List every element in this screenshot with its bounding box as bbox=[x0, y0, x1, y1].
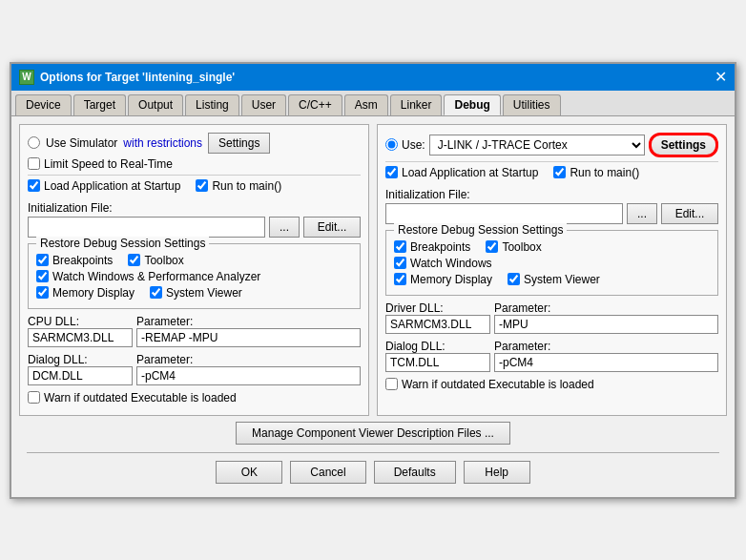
run-to-main-checkbox-r[interactable] bbox=[553, 166, 566, 178]
tab-cpp[interactable]: C/C++ bbox=[288, 94, 342, 115]
dialog-dll-labels-r: Dialog DLL: Parameter: bbox=[385, 340, 718, 353]
run-to-main-left: Run to main() bbox=[196, 179, 281, 193]
breakpoints-checkbox-r[interactable] bbox=[394, 240, 406, 253]
init-file-label-r: Initialization File: bbox=[385, 188, 470, 201]
main-window: W Options for Target 'lintening_single' … bbox=[10, 62, 736, 499]
dialog-dll-input-r[interactable] bbox=[385, 353, 490, 372]
memory-display-checkbox[interactable] bbox=[36, 286, 49, 299]
init-file-label: Initialization File: bbox=[28, 201, 113, 215]
toolbox-checkbox-r[interactable] bbox=[486, 240, 498, 253]
dialog-dll-param-input-l[interactable] bbox=[136, 366, 361, 385]
load-run-row: Load Application at Startup Run to main(… bbox=[28, 179, 361, 196]
load-app-label: Load Application at Startup bbox=[44, 179, 180, 193]
tab-user[interactable]: User bbox=[241, 94, 286, 115]
warn-checkbox-l[interactable] bbox=[28, 391, 40, 404]
title-bar: W Options for Target 'lintening_single' … bbox=[11, 64, 735, 91]
toolbox-label: Toolbox bbox=[144, 254, 183, 267]
tab-target[interactable]: Target bbox=[73, 94, 126, 115]
restrictions-link[interactable]: with restrictions bbox=[123, 136, 202, 150]
limit-speed-row: Limit Speed to Real-Time bbox=[28, 157, 361, 171]
cpu-dll-param-input[interactable] bbox=[136, 328, 361, 347]
toolbox-row-l: Toolbox bbox=[128, 254, 183, 267]
help-button[interactable]: Help bbox=[464, 461, 530, 484]
cancel-button[interactable]: Cancel bbox=[290, 461, 365, 484]
watch-windows-label: Watch Windows & Performance Analyzer bbox=[52, 270, 260, 283]
right-panel: Use: J-LINK / J-TRACE Cortex Settings Lo… bbox=[377, 124, 727, 416]
watch-windows-checkbox-r[interactable] bbox=[394, 257, 406, 269]
breakpoints-toolbox-row: Breakpoints Toolbox bbox=[36, 254, 352, 270]
init-edit-button[interactable]: Edit... bbox=[303, 217, 361, 238]
manage-btn-row: Manage Component Viewer Description File… bbox=[27, 422, 719, 445]
tab-utilities[interactable]: Utilities bbox=[503, 94, 561, 115]
dialog-dll-row-r bbox=[385, 353, 718, 372]
system-viewer-label-r: System Viewer bbox=[524, 273, 600, 286]
ok-button[interactable]: OK bbox=[216, 461, 282, 484]
memory-sysviewer-row-l: Memory Display System Viewer bbox=[36, 286, 352, 302]
use-row: Use: J-LINK / J-TRACE Cortex Settings bbox=[385, 133, 718, 157]
use-select[interactable]: J-LINK / J-TRACE Cortex bbox=[429, 135, 645, 156]
title-bar-left: W Options for Target 'lintening_single' bbox=[19, 70, 235, 85]
driver-dll-param-input[interactable] bbox=[494, 315, 718, 334]
bottom-area: Manage Component Viewer Description File… bbox=[19, 416, 727, 489]
warn-row-l: Warn if outdated Executable is loaded bbox=[28, 391, 361, 404]
tab-linker[interactable]: Linker bbox=[390, 94, 443, 115]
cpu-dll-section: CPU DLL: Parameter: bbox=[28, 315, 361, 347]
tab-device[interactable]: Device bbox=[15, 94, 72, 115]
panels: Use Simulator with restrictions Settings… bbox=[19, 124, 727, 416]
footer-buttons: OK Cancel Defaults Help bbox=[27, 452, 719, 484]
dialog-dll-labels-l: Dialog DLL: Parameter: bbox=[28, 353, 361, 366]
use-label: Use: bbox=[402, 138, 425, 152]
tab-bar: Device Target Output Listing User C/C++ … bbox=[11, 91, 735, 116]
driver-dll-input[interactable] bbox=[385, 315, 490, 334]
right-settings-button[interactable]: Settings bbox=[649, 133, 718, 157]
simulator-row: Use Simulator with restrictions Settings bbox=[28, 133, 361, 154]
dialog-dll-label-l: Dialog DLL: bbox=[28, 353, 133, 366]
init-file-row-r: ... Edit... bbox=[385, 203, 718, 224]
run-to-main-label: Run to main() bbox=[212, 179, 281, 193]
memory-display-checkbox-r[interactable] bbox=[394, 273, 406, 285]
run-to-main-checkbox[interactable] bbox=[196, 179, 208, 192]
dialog-dll-param-input-r[interactable] bbox=[494, 353, 718, 372]
tab-listing[interactable]: Listing bbox=[185, 94, 239, 115]
tab-debug[interactable]: Debug bbox=[444, 94, 500, 115]
init-file-row: ... Edit... bbox=[28, 217, 361, 238]
tab-output[interactable]: Output bbox=[128, 94, 183, 115]
use-radio[interactable] bbox=[385, 138, 398, 151]
init-edit-button-r[interactable]: Edit... bbox=[661, 203, 718, 224]
driver-dll-section: Driver DLL: Parameter: bbox=[385, 301, 718, 334]
memory-display-row-l: Memory Display bbox=[36, 286, 135, 300]
breakpoints-toolbox-row-r: Breakpoints Toolbox bbox=[394, 240, 710, 257]
toolbox-label-r: Toolbox bbox=[502, 240, 541, 254]
restore-group-label: Restore Debug Session Settings bbox=[36, 237, 209, 250]
load-app-checkbox-r[interactable] bbox=[385, 166, 398, 178]
simulator-label: Use Simulator bbox=[46, 136, 117, 150]
defaults-button[interactable]: Defaults bbox=[374, 461, 456, 484]
close-button[interactable]: ✕ bbox=[715, 70, 727, 85]
init-file-input-r[interactable] bbox=[385, 203, 623, 224]
system-viewer-checkbox-r[interactable] bbox=[508, 273, 520, 285]
system-viewer-row-l: System Viewer bbox=[150, 286, 242, 300]
toolbox-checkbox[interactable] bbox=[128, 254, 140, 266]
limit-speed-checkbox[interactable] bbox=[28, 157, 40, 170]
cpu-dll-param-label: Parameter: bbox=[136, 315, 193, 328]
tab-asm[interactable]: Asm bbox=[344, 94, 388, 115]
limit-speed-label: Limit Speed to Real-Time bbox=[44, 157, 173, 171]
init-dots-button-r[interactable]: ... bbox=[627, 203, 657, 224]
breakpoints-checkbox[interactable] bbox=[36, 254, 49, 266]
watch-windows-checkbox[interactable] bbox=[36, 270, 49, 282]
simulator-radio[interactable] bbox=[28, 136, 40, 149]
load-run-row-r: Load Application at Startup Run to main(… bbox=[385, 166, 718, 182]
restore-group-label-r: Restore Debug Session Settings bbox=[394, 223, 567, 237]
dialog-dll-section-r: Dialog DLL: Parameter: bbox=[385, 340, 718, 372]
main-content: Use Simulator with restrictions Settings… bbox=[11, 116, 735, 497]
dialog-dll-input-l[interactable] bbox=[28, 366, 133, 385]
warn-checkbox-r[interactable] bbox=[385, 378, 398, 390]
init-dots-button[interactable]: ... bbox=[269, 217, 300, 238]
dialog-dll-section-l: Dialog DLL: Parameter: bbox=[28, 353, 361, 385]
load-app-checkbox[interactable] bbox=[28, 179, 40, 192]
system-viewer-checkbox[interactable] bbox=[150, 286, 162, 299]
cpu-dll-input[interactable] bbox=[28, 328, 133, 347]
left-settings-button[interactable]: Settings bbox=[208, 133, 270, 154]
init-file-input[interactable] bbox=[28, 217, 265, 238]
manage-button[interactable]: Manage Component Viewer Description File… bbox=[236, 422, 510, 445]
